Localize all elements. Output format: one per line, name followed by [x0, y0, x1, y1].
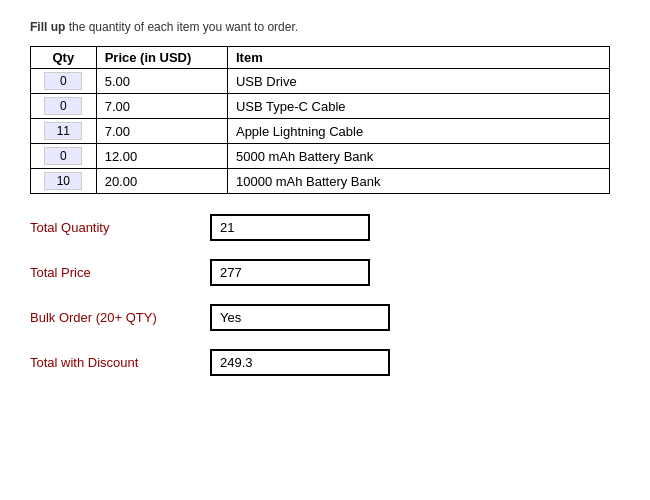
table-row: 5.00USB Drive	[31, 69, 610, 94]
total-discount-row: Total with Discount 249.3	[30, 349, 620, 376]
table-row: 20.0010000 mAh Battery Bank	[31, 169, 610, 194]
qty-cell	[31, 119, 97, 144]
total-quantity-value: 21	[210, 214, 370, 241]
qty-input[interactable]	[44, 172, 82, 190]
qty-cell	[31, 169, 97, 194]
item-cell: USB Type-C Cable	[227, 94, 609, 119]
total-price-row: Total Price 277	[30, 259, 620, 286]
header-price: Price (in USD)	[96, 47, 227, 69]
qty-input[interactable]	[44, 122, 82, 140]
table-row: 7.00USB Type-C Cable	[31, 94, 610, 119]
price-cell: 7.00	[96, 119, 227, 144]
price-cell: 12.00	[96, 144, 227, 169]
total-quantity-label: Total Quantity	[30, 220, 210, 235]
table-row: 7.00Apple Lightning Cable	[31, 119, 610, 144]
price-cell: 7.00	[96, 94, 227, 119]
table-header-row: Qty Price (in USD) Item	[31, 47, 610, 69]
total-price-value: 277	[210, 259, 370, 286]
item-cell: USB Drive	[227, 69, 609, 94]
total-discount-value: 249.3	[210, 349, 390, 376]
qty-input[interactable]	[44, 72, 82, 90]
table-row: 12.005000 mAh Battery Bank	[31, 144, 610, 169]
total-quantity-row: Total Quantity 21	[30, 214, 620, 241]
price-cell: 5.00	[96, 69, 227, 94]
instruction-text: Fill up the quantity of each item you wa…	[30, 20, 620, 34]
item-cell: Apple Lightning Cable	[227, 119, 609, 144]
qty-cell	[31, 94, 97, 119]
bulk-order-row: Bulk Order (20+ QTY) Yes	[30, 304, 620, 331]
qty-cell	[31, 144, 97, 169]
qty-input[interactable]	[44, 147, 82, 165]
bulk-order-value: Yes	[210, 304, 390, 331]
item-cell: 5000 mAh Battery Bank	[227, 144, 609, 169]
price-cell: 20.00	[96, 169, 227, 194]
total-price-label: Total Price	[30, 265, 210, 280]
header-qty: Qty	[31, 47, 97, 69]
item-cell: 10000 mAh Battery Bank	[227, 169, 609, 194]
qty-input[interactable]	[44, 97, 82, 115]
total-discount-label: Total with Discount	[30, 355, 210, 370]
items-table: Qty Price (in USD) Item 5.00USB Drive7.0…	[30, 46, 610, 194]
header-item: Item	[227, 47, 609, 69]
bulk-order-label: Bulk Order (20+ QTY)	[30, 310, 210, 325]
main-container: Fill up the quantity of each item you wa…	[0, 0, 650, 414]
qty-cell	[31, 69, 97, 94]
